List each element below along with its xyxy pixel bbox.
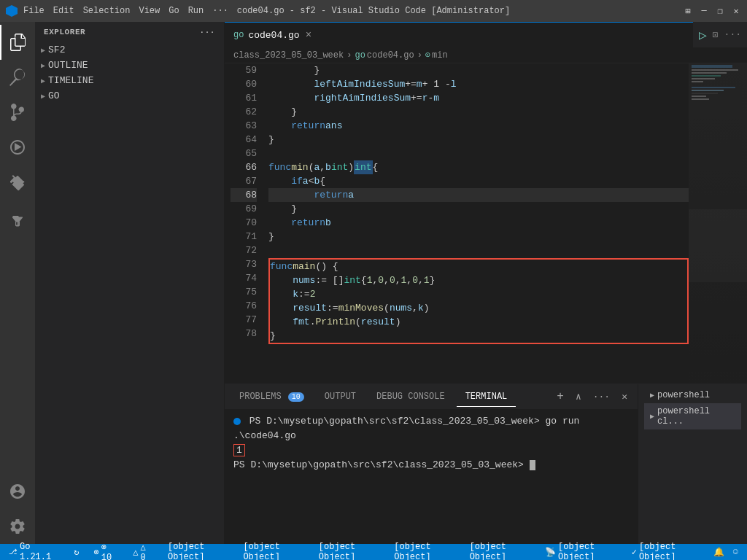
line-numbers: 59 60 61 62 63 64 65 66 67 68 69 70 71 7… — [225, 63, 263, 384]
status-branch[interactable]: ⎇ Go 1.21.1 — [6, 542, 62, 560]
breadcrumb-sep1: › — [347, 50, 352, 61]
split-editor-icon[interactable]: ⊡ — [713, 29, 719, 41]
broadcast-icon: 📡 — [545, 547, 556, 558]
panel-more-icon[interactable]: ··· — [589, 389, 614, 405]
tab-code04[interactable]: go code04.go × — [225, 22, 693, 47]
code-line-78: } — [270, 329, 687, 343]
menu-view[interactable]: View — [139, 6, 160, 16]
panel-add-icon[interactable]: + — [552, 387, 568, 406]
status-prettier[interactable]: ✓ [object Object] — [629, 542, 708, 560]
activity-bar — [0, 22, 35, 544]
panel-powershell-item[interactable]: ▶ powershell — [644, 387, 741, 403]
breadcrumb-file[interactable]: code04.go — [367, 50, 414, 61]
tab-close-icon[interactable]: × — [306, 29, 311, 41]
code-line-64: } — [268, 133, 689, 147]
minimize-button[interactable]: ─ — [699, 6, 709, 16]
panel-right: ▶ powershell ▶ powershell cl... — [638, 384, 747, 544]
sidebar-more-icon[interactable]: ··· — [200, 28, 215, 36]
menu-file[interactable]: File — [23, 6, 44, 16]
menu-go[interactable]: Go — [169, 6, 179, 16]
maximize-button[interactable]: ❐ — [715, 6, 725, 16]
chevron-right-icon-outline: ▶ — [41, 61, 45, 70]
terminal-icon-1: ▶ — [650, 391, 654, 400]
chevron-right-icon-timeline: ▶ — [41, 77, 45, 85]
status-language[interactable]: [object Object] — [467, 542, 539, 560]
activity-test-icon[interactable] — [0, 203, 35, 238]
activity-search-icon[interactable] — [0, 60, 35, 95]
terminal-content[interactable]: PS D:\mysetup\gopath\src\sf2\class_2023_… — [225, 410, 638, 544]
sidebar-item-sf2[interactable]: ▶ SF2 — [35, 42, 224, 58]
terminal-line-2: 1 — [233, 443, 629, 458]
editor-toolbar: ▷ ⊡ ··· — [693, 22, 747, 47]
panel-tab-terminal[interactable]: TERMINAL — [457, 387, 516, 407]
status-errors[interactable]: ⊗ ⊗ 10 — [90, 542, 121, 561]
top-bar: go code04.go × ▷ ⊡ ··· — [225, 22, 747, 47]
activity-settings-icon[interactable] — [0, 509, 35, 544]
status-encoding[interactable]: [object Object] — [316, 542, 388, 560]
panel-tab-output[interactable]: OUTPUT — [316, 387, 365, 406]
menu-run[interactable]: Run — [188, 6, 204, 16]
sidebar-item-timeline[interactable]: ▶ TIMELINE — [35, 73, 224, 88]
code-line-70: return b — [268, 216, 689, 230]
code-line-74: nums := []int{1, 0, 0, 1, 0, 1} — [270, 273, 687, 287]
terminal-cursor — [530, 460, 535, 470]
activity-source-control-icon[interactable] — [0, 95, 35, 130]
status-error-count: ⊗ 10 — [101, 542, 119, 561]
activity-explorer-icon[interactable] — [0, 25, 35, 60]
status-warnings[interactable]: △ △ 0 — [130, 542, 156, 561]
title-bar-menus: File Edit Selection View Go Run ··· — [23, 6, 228, 16]
sidebar: EXPLORER ··· ▶ SF2 ▶ OUTLINE ▶ TIMELINE … — [35, 22, 225, 544]
status-go-version: Go 1.21.1 — [20, 542, 59, 560]
more-actions-icon[interactable]: ··· — [724, 29, 741, 40]
status-tab-size[interactable]: [object Object] — [240, 542, 312, 560]
code-line-61: rightAimIndiesSum += r - m — [268, 91, 689, 105]
sidebar-section-sf2: ▶ SF2 ▶ OUTLINE ▶ TIMELINE ▶ GO — [35, 42, 224, 104]
status-bar: ⎇ Go 1.21.1 ↻ ⊗ ⊗ 10 △ △ 0 [object Objec… — [0, 544, 747, 560]
minimap — [689, 63, 747, 384]
layout-toggle-icon[interactable]: ⊞ — [683, 6, 693, 16]
panel-tab-debug-console[interactable]: DEBUG CONSOLE — [368, 387, 454, 406]
status-go-live[interactable]: 📡 [object Object] — [542, 542, 626, 560]
terminal-line-3: PS D:\mysetup\gopath\src\sf2\class_2023_… — [233, 458, 629, 472]
sidebar-item-outline[interactable]: ▶ OUTLINE — [35, 58, 224, 73]
code-line-59: } — [268, 63, 689, 77]
code-content[interactable]: } leftAimIndiesSum += m + 1 - l rightAim… — [263, 63, 689, 384]
panel-powershell-cl-item[interactable]: ▶ powershell cl... — [644, 403, 741, 429]
panel-close-icon[interactable]: ✕ — [617, 388, 632, 405]
vscode-logo-icon — [6, 5, 18, 17]
menu-edit[interactable]: Edit — [53, 6, 74, 16]
run-button[interactable]: ▷ — [699, 27, 707, 43]
tab-label: code04.go — [248, 30, 299, 41]
sidebar-item-timeline-label: TIMELINE — [48, 75, 93, 86]
status-right: [object Object] [object Object] [object … — [165, 542, 741, 560]
editor-area: go code04.go × ▷ ⊡ ··· class_2023_05_03_… — [225, 22, 747, 544]
sidebar-item-go[interactable]: ▶ GO — [35, 88, 224, 104]
code-line-69: } — [268, 202, 689, 216]
branch-icon: ⎇ — [9, 548, 18, 556]
title-bar-controls: ⊞ ─ ❐ ✕ — [683, 6, 741, 16]
panel-tab-problems[interactable]: PROBLEMS 10 — [231, 387, 313, 406]
breadcrumb-folder[interactable]: class_2023_05_03_week — [233, 50, 344, 61]
chevron-right-icon-go: ▶ — [41, 92, 45, 101]
status-warning-count: △ 0 — [141, 542, 153, 561]
status-sync[interactable]: ↻ — [71, 547, 82, 558]
code-line-73: func main() { — [270, 260, 687, 273]
status-position[interactable]: [object Object] — [165, 542, 237, 560]
activity-run-debug-icon[interactable] — [0, 130, 35, 165]
status-notifications[interactable]: 🔔 — [711, 542, 727, 560]
breadcrumb-symbol[interactable]: min — [432, 50, 448, 61]
code-editor[interactable]: 59 60 61 62 63 64 65 66 67 68 69 70 71 7… — [225, 63, 747, 384]
code-line-76: result := minMoves(nums, k) — [270, 301, 687, 315]
panel-chevron-up-icon[interactable]: ∧ — [571, 388, 586, 405]
code-line-63: return ans — [268, 119, 689, 133]
menu-selection[interactable]: Selection — [83, 6, 131, 16]
sidebar-item-outline-label: OUTLINE — [48, 60, 88, 71]
minimap-content — [689, 63, 747, 384]
activity-account-icon[interactable] — [0, 474, 35, 509]
status-line-ending[interactable]: [object Object] — [391, 542, 463, 560]
activity-extensions-icon[interactable] — [0, 165, 35, 200]
prettier-check-icon: ✓ — [632, 547, 637, 558]
close-button[interactable]: ✕ — [731, 6, 741, 16]
menu-more[interactable]: ··· — [212, 6, 228, 16]
status-feedback[interactable]: ☺ — [730, 542, 741, 560]
